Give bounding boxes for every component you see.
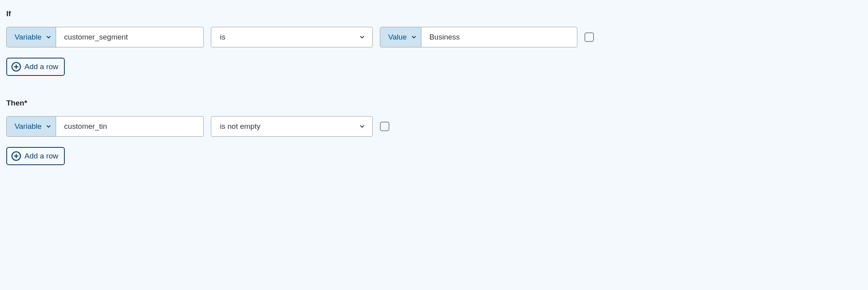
chevron-down-icon [45,123,52,130]
if-label: If [6,9,862,18]
plus-circle-icon [11,151,21,161]
then-add-row-label: Add a row [24,152,58,160]
chevron-down-icon [359,123,365,130]
if-left-type-label: Variable [15,33,41,41]
then-operator-select[interactable]: is not empty [211,116,373,137]
chevron-down-icon [45,34,52,40]
if-right-value-input[interactable] [421,27,552,47]
if-right-type-label: Value [388,33,407,41]
then-left-type-label: Variable [15,122,41,131]
if-left-type-selector[interactable]: Variable [7,27,56,47]
if-add-row-label: Add a row [24,62,58,71]
if-right-combo: Value [380,27,577,47]
if-condition-row: Variable is Value [6,27,862,47]
then-left-type-selector[interactable]: Variable [7,117,56,136]
then-add-row-button[interactable]: Add a row [6,147,65,165]
if-add-row-button[interactable]: Add a row [6,58,65,76]
then-label: Then* [6,99,862,107]
plus-circle-icon [11,62,21,72]
then-left-value-input[interactable] [56,117,186,136]
if-operator-value: is [220,33,225,41]
then-row-checkbox[interactable] [380,122,389,131]
then-left-combo: Variable [6,116,204,137]
if-left-value-input[interactable] [56,27,186,47]
then-condition-row: Variable is not empty [6,116,862,137]
if-row-checkbox[interactable] [584,32,594,42]
if-operator-select[interactable]: is [211,27,373,47]
then-operator-value: is not empty [220,122,260,131]
chevron-down-icon [411,34,417,40]
if-left-combo: Variable [6,27,204,47]
if-right-type-selector[interactable]: Value [380,27,421,47]
chevron-down-icon [359,34,365,40]
